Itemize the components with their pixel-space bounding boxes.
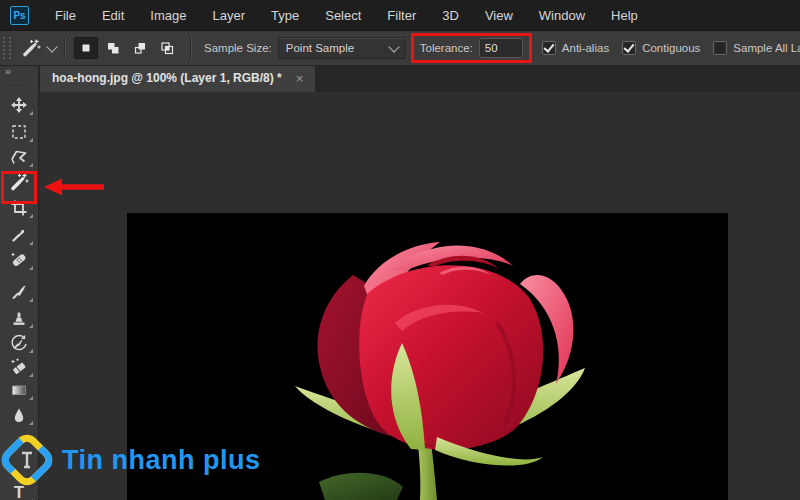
- anti-alias-label: Anti-alias: [562, 42, 609, 54]
- chevron-down-icon: [46, 41, 57, 52]
- options-separator: [64, 37, 66, 59]
- sample-size-value: Point Sample: [286, 42, 354, 54]
- photoshop-app-icon[interactable]: Ps: [10, 6, 29, 25]
- options-separator: [190, 37, 192, 59]
- tool-brush[interactable]: [3, 279, 35, 305]
- document-tab-title: hoa-hong.jpg @ 100% (Layer 1, RGB/8) *: [52, 71, 282, 85]
- magic-wand-icon: [21, 38, 41, 58]
- magic-wand-highlight-box: [1, 171, 37, 204]
- tool-options-bar: Sample Size: Point Sample Tolerance: Ant…: [0, 30, 800, 66]
- menu-file[interactable]: File: [42, 8, 89, 23]
- menu-image[interactable]: Image: [137, 8, 199, 23]
- menu-layer[interactable]: Layer: [200, 8, 259, 23]
- menu-edit[interactable]: Edit: [89, 8, 137, 23]
- anti-alias-checkbox[interactable]: [542, 41, 556, 55]
- menu-bar: Ps File Edit Image Layer Type Select Fil…: [0, 0, 800, 30]
- watermark: Tin nhanh plus: [0, 428, 261, 492]
- red-arrow-annotation: [40, 176, 106, 198]
- contiguous-checkbox[interactable]: [622, 41, 636, 55]
- tool-move[interactable]: [3, 92, 35, 118]
- panel-grip-dots: ·····: [9, 77, 29, 87]
- tool-history-brush[interactable]: [3, 330, 35, 356]
- tolerance-input[interactable]: [479, 38, 523, 58]
- menu-type[interactable]: Type: [258, 8, 312, 23]
- document-tab-bar: hoa-hong.jpg @ 100% (Layer 1, RGB/8) * ×: [0, 64, 800, 92]
- current-tool-preview[interactable]: [21, 38, 56, 58]
- menu-view[interactable]: View: [472, 8, 526, 23]
- tool-blur[interactable]: [3, 402, 35, 428]
- contiguous-option[interactable]: Contiguous: [622, 41, 700, 55]
- tolerance-highlight-box: Tolerance:: [411, 33, 532, 63]
- new-selection-mode-button[interactable]: [74, 37, 98, 59]
- tool-clone-stamp[interactable]: [3, 305, 35, 331]
- sample-all-layers-option[interactable]: Sample All Layers: [713, 41, 800, 55]
- sample-size-label: Sample Size:: [204, 42, 272, 54]
- options-bar-grabber[interactable]: [3, 37, 11, 59]
- sample-all-layers-label: Sample All Layers: [733, 42, 800, 54]
- subtract-from-selection-mode-button[interactable]: [128, 37, 152, 59]
- menu-select[interactable]: Select: [312, 8, 374, 23]
- sample-all-layers-checkbox[interactable]: [713, 41, 727, 55]
- anti-alias-option[interactable]: Anti-alias: [542, 41, 609, 55]
- menu-3d[interactable]: 3D: [429, 8, 472, 23]
- collapse-panel-icon[interactable]: »: [5, 65, 10, 77]
- sample-size-dropdown[interactable]: Point Sample: [278, 37, 406, 59]
- chevron-down-icon: [388, 41, 399, 52]
- contiguous-label: Contiguous: [642, 42, 700, 54]
- menu-window[interactable]: Window: [526, 8, 598, 23]
- watermark-text: Tin nhanh plus: [62, 445, 261, 476]
- tin-nhanh-plus-logo-icon: [0, 431, 56, 489]
- menu-filter[interactable]: Filter: [374, 8, 429, 23]
- tool-lasso[interactable]: [3, 144, 35, 170]
- tool-eyedropper[interactable]: [3, 222, 35, 248]
- close-icon[interactable]: ×: [296, 71, 304, 86]
- add-to-selection-mode-button[interactable]: [101, 37, 125, 59]
- tool-rectangular-marquee[interactable]: [3, 119, 35, 145]
- menu-help[interactable]: Help: [598, 8, 651, 23]
- tool-gradient[interactable]: [3, 377, 35, 403]
- document-tab[interactable]: hoa-hong.jpg @ 100% (Layer 1, RGB/8) * ×: [40, 64, 315, 92]
- intersect-selection-mode-button[interactable]: [155, 37, 179, 59]
- tolerance-label: Tolerance:: [420, 42, 473, 54]
- tool-spot-healing-brush[interactable]: [3, 247, 35, 273]
